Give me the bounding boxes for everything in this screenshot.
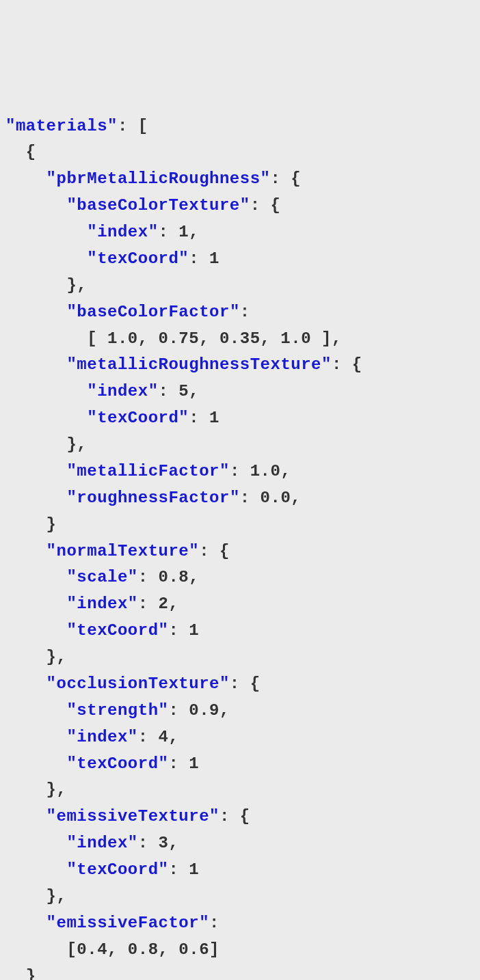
texcoord-key: texCoord bbox=[97, 409, 178, 427]
metallicroughnesstexture-index-value: 5 bbox=[178, 382, 189, 400]
index-key: index bbox=[77, 595, 128, 613]
basecolortexture-index-value: 1 bbox=[178, 223, 189, 241]
normaltexture-scale-value: 0.8 bbox=[159, 568, 189, 586]
basecolorfactor-key: baseColorFactor bbox=[77, 303, 230, 321]
pbr-key: pbrMetallicRoughness bbox=[57, 169, 261, 188]
root-key: materials bbox=[16, 117, 107, 135]
normaltexture-index-value: 2 bbox=[159, 595, 169, 613]
metallicroughnesstexture-key: metallicRoughnessTexture bbox=[77, 355, 321, 374]
roughnessfactor-key: roughnessFactor bbox=[77, 489, 230, 507]
roughnessfactor-value: 0.0 bbox=[261, 489, 291, 507]
json-code-block: "materials": [ { "pbrMetallicRoughness":… bbox=[5, 113, 475, 981]
normaltexture-texcoord-value: 1 bbox=[189, 621, 199, 640]
metallicroughnesstexture-texcoord-value: 1 bbox=[209, 409, 219, 427]
occlusiontexture-key: occlusionTexture bbox=[57, 675, 219, 693]
index-key: index bbox=[77, 728, 128, 746]
index-key: index bbox=[97, 223, 148, 241]
emissivetexture-texcoord-value: 1 bbox=[189, 860, 199, 879]
texcoord-key: texCoord bbox=[77, 860, 158, 879]
occlusiontexture-index-value: 4 bbox=[159, 728, 169, 746]
basecolortexture-texcoord-value: 1 bbox=[209, 249, 219, 268]
texcoord-key: texCoord bbox=[77, 754, 158, 773]
basecolorfactor-value: [ 1.0, 0.75, 0.35, 1.0 ] bbox=[87, 329, 332, 348]
strength-key: strength bbox=[77, 701, 158, 720]
occlusiontexture-strength-value: 0.9 bbox=[189, 701, 219, 720]
emissivetexture-index-value: 3 bbox=[159, 834, 169, 852]
emissivefactor-value: [0.4, 0.8, 0.6] bbox=[66, 940, 219, 959]
occlusiontexture-texcoord-value: 1 bbox=[189, 754, 199, 773]
texcoord-key: texCoord bbox=[77, 621, 158, 640]
index-key: index bbox=[97, 382, 148, 400]
texcoord-key: texCoord bbox=[97, 249, 178, 268]
emissivetexture-key: emissiveTexture bbox=[57, 807, 210, 826]
metallicfactor-key: metallicFactor bbox=[77, 462, 219, 480]
scale-key: scale bbox=[77, 568, 128, 586]
index-key: index bbox=[77, 834, 128, 852]
emissivefactor-key: emissiveFactor bbox=[57, 914, 200, 932]
basecolortexture-key: baseColorTexture bbox=[77, 196, 239, 215]
metallicfactor-value: 1.0 bbox=[250, 462, 281, 480]
normaltexture-key: normalTexture bbox=[57, 542, 189, 560]
